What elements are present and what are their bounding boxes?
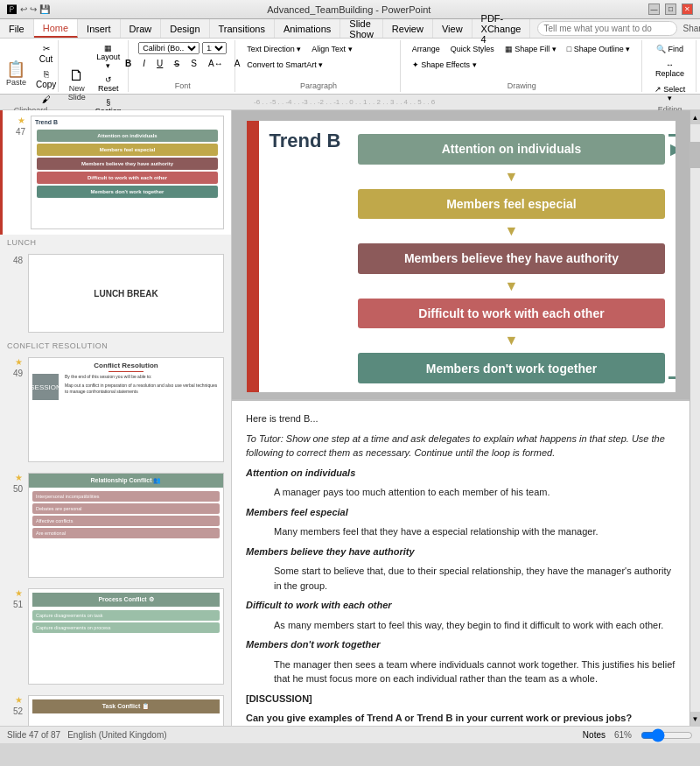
underline-button[interactable]: U — [152, 56, 167, 71]
notes-s4-title: Difficult to work with each other — [246, 600, 392, 610]
flow-box-1[interactable]: Attention on individuals ▶ — [358, 134, 664, 165]
slides-panel: ★ 47 Trend B Attention on individuals Me… — [0, 110, 232, 726]
status-right: Notes 61% — [583, 728, 693, 742]
search-area: Share — [530, 19, 700, 38]
slide-content: Trend B Attention on individuals ▶ ▼ — [259, 121, 676, 392]
slide-49-text-content: By the end of this session you will be a… — [65, 374, 220, 380]
tab-view[interactable]: View — [433, 19, 472, 38]
tab-file[interactable]: File — [0, 19, 34, 38]
slide-canvas-area: Trend B Attention on individuals ▶ ▼ — [232, 110, 690, 399]
zoom-slider[interactable] — [640, 728, 693, 742]
format-painter-button[interactable]: 🖌 — [32, 93, 60, 106]
paste-button[interactable]: 📋 Paste — [2, 59, 31, 89]
slide-48-content: LUNCH BREAK — [94, 289, 158, 299]
strikethrough-button[interactable]: S̶ — [170, 56, 184, 71]
slide-52-preview: Task Conflict 📋 — [28, 695, 224, 726]
flow-box-4[interactable]: Difficult to work with each other — [358, 299, 664, 329]
font-format-row: B I U S̶ S A↔ A — [121, 56, 244, 71]
slide-48-thumb[interactable]: 48 LUNCH BREAK — [0, 249, 231, 338]
slide-50-header: Relationship Conflict 👥 — [29, 474, 223, 488]
shape-effects-button[interactable]: ✦ Shape Effects ▾ — [408, 58, 481, 72]
tab-home[interactable]: Home — [34, 19, 78, 38]
slide-49-text: By the end of this session you will be a… — [65, 374, 220, 400]
ruler-marks: -6 . . -5 . . -4 . . -3 . . -2 . . -1 . … — [254, 98, 435, 106]
select-button[interactable]: ↗ Select ▾ — [649, 82, 690, 105]
slide-47-title-preview: Trend B — [32, 116, 223, 128]
italic-button[interactable]: I — [138, 56, 150, 71]
window-controls[interactable]: — □ ✕ — [648, 4, 693, 15]
scroll-down-button[interactable]: ▼ — [690, 712, 700, 726]
slide-scroll-area: Trend B Attention on individuals ▶ ▼ — [232, 110, 690, 726]
shape-outline-button[interactable]: □ Shape Outline ▾ — [563, 42, 634, 56]
star-47: ★ — [18, 116, 25, 125]
conflict-section-label: Conflict Resolution — [0, 338, 231, 352]
maximize-button[interactable]: □ — [665, 4, 676, 15]
notes-s2-body: Many members feel that they have a espec… — [246, 524, 676, 539]
font-size-select[interactable]: 12 — [202, 42, 227, 54]
close-button[interactable]: ✕ — [682, 4, 693, 15]
tab-animations[interactable]: Animations — [275, 19, 340, 38]
tab-review[interactable]: Review — [383, 19, 433, 38]
text-direction-button[interactable]: Text Direction ▾ — [242, 42, 305, 56]
slide-51-thumb[interactable]: ★ 51 Process Conflict ⚙ Capture disagree… — [0, 583, 231, 690]
discussion-header-text: [DISCUSSION] — [246, 693, 312, 704]
slide-49-thumb[interactable]: ★ 49 Conflict Resolution SESSION By the … — [0, 352, 231, 467]
vertical-scrollbar[interactable]: ▲ ▼ — [690, 110, 700, 726]
notes-tutor-line1: To Tutor: Show one step at a time and as… — [246, 432, 676, 460]
font-label: Font — [175, 81, 191, 90]
convert-smartart-button[interactable]: Convert to SmartArt ▾ — [242, 58, 327, 72]
flow-box-5[interactable]: Members don't work together — [358, 353, 664, 383]
scroll-up-button[interactable]: ▲ — [690, 110, 700, 124]
arrange-button[interactable]: Arrange — [408, 42, 444, 56]
copy-button[interactable]: ⎘ Copy — [32, 67, 60, 91]
tab-transitions[interactable]: Transitions — [210, 19, 275, 38]
shape-fill-button[interactable]: ▦ Shape Fill ▾ — [500, 42, 561, 56]
slide-51-item2: Capture disagreements on process — [32, 622, 220, 633]
align-text-button[interactable]: Align Text ▾ — [307, 42, 356, 56]
tab-draw[interactable]: Draw — [121, 19, 162, 38]
notes-intro: Here is trend B... — [246, 411, 676, 426]
font-family-select[interactable]: Calibri (Bo... — [138, 42, 200, 54]
new-slide-button[interactable]: 🗋 NewSlide — [64, 65, 90, 104]
notes-discussion-header: [DISCUSSION] — [246, 692, 676, 706]
layout-button[interactable]: ▦ Layout ▾ — [92, 42, 125, 72]
flow-box-2[interactable]: Members feel especial — [358, 189, 664, 220]
slide-51-inner: Process Conflict ⚙ Capture disagreements… — [29, 589, 223, 636]
bold-button[interactable]: B — [121, 56, 136, 71]
slide-50-thumb[interactable]: ★ 50 Relationship Conflict 👥 Interperson… — [0, 467, 231, 583]
scroll-track — [690, 124, 700, 712]
find-button[interactable]: 🔍 Find — [649, 42, 690, 56]
slide-52-header-text: Task Conflict 📋 — [102, 703, 150, 710]
reset-button[interactable]: ↺ Reset — [92, 74, 125, 95]
minimize-button[interactable]: — — [648, 4, 660, 15]
notes-s2: Members feel especial — [246, 505, 676, 520]
ribbon-tabs: File Home Insert Draw Design Transitions… — [0, 19, 700, 39]
paragraph-tools: Text Direction ▾ Align Text ▾ Convert to… — [242, 42, 395, 72]
share-button[interactable]: Share — [682, 24, 700, 33]
flow-box-3[interactable]: Members believe they have authority — [358, 243, 664, 274]
tab-insert[interactable]: Insert — [78, 19, 121, 38]
main-slide[interactable]: Trend B Attention on individuals ▶ ▼ — [247, 121, 676, 392]
cut-button[interactable]: ✂ Cut — [32, 42, 60, 66]
notes-s3-title: Members believe they have authority — [246, 546, 415, 557]
slide-title-area: Trend B — [270, 130, 341, 383]
font-group: Calibri (Bo... 12 B I U S̶ S A↔ A Font — [130, 40, 235, 92]
replace-button[interactable]: ↔ Replace — [649, 58, 690, 81]
shadow-button[interactable]: S — [186, 56, 201, 71]
status-left: Slide 47 of 87 English (United Kingdom) — [7, 730, 167, 740]
slide-52-thumb[interactable]: ★ 52 Task Conflict 📋 — [0, 690, 231, 726]
scroll-thumb[interactable] — [690, 142, 700, 168]
slide-49-title-preview: Conflict Resolution — [32, 362, 220, 369]
down-arrow-1: ▼ — [358, 170, 664, 184]
slide-47-thumb[interactable]: ★ 47 Trend B Attention on individuals Me… — [0, 110, 231, 235]
tab-pdf[interactable]: PDF-XChange 4 — [472, 19, 531, 38]
tab-design[interactable]: Design — [161, 19, 209, 38]
title-bar: 🅿 ↩ ↪ 💾 Advanced_TeamBuilding - PowerPoi… — [0, 0, 700, 19]
quick-styles-button[interactable]: Quick Styles — [446, 42, 499, 56]
search-input[interactable] — [537, 21, 677, 36]
prev47-box5: Members don't work together — [37, 186, 218, 198]
slide-51-num: 51 — [7, 598, 23, 609]
char-spacing-button[interactable]: A↔ — [204, 56, 228, 71]
notes-toggle-button[interactable]: Notes — [583, 730, 606, 740]
tab-slideshow[interactable]: Slide Show — [340, 19, 383, 38]
